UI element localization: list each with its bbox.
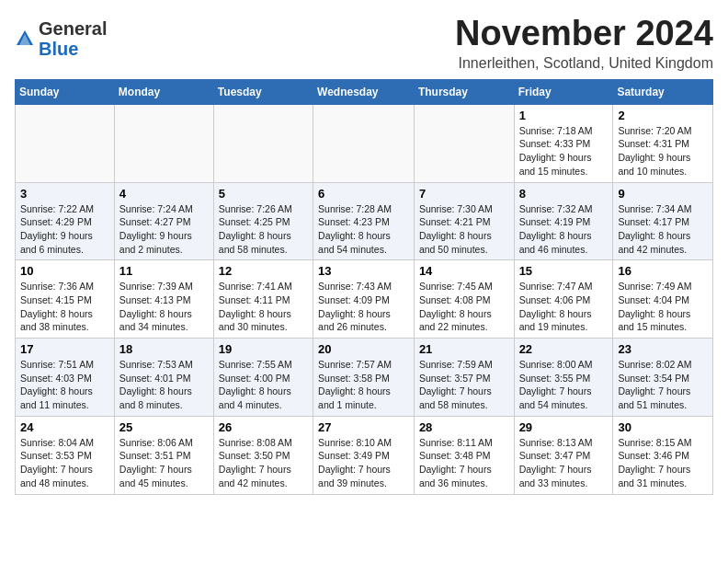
day-info: Sunrise: 7:49 AM Sunset: 4:04 PM Dayligh… bbox=[618, 280, 708, 334]
day-info: Sunrise: 7:51 AM Sunset: 4:03 PM Dayligh… bbox=[20, 358, 109, 412]
day-number: 28 bbox=[419, 420, 509, 434]
day-cell: 5Sunrise: 7:26 AM Sunset: 4:25 PM Daylig… bbox=[213, 182, 313, 260]
day-cell: 18Sunrise: 7:53 AM Sunset: 4:01 PM Dayli… bbox=[114, 339, 213, 417]
day-info: Sunrise: 7:57 AM Sunset: 3:58 PM Dayligh… bbox=[318, 358, 409, 412]
day-cell: 27Sunrise: 8:10 AM Sunset: 3:49 PM Dayli… bbox=[313, 416, 415, 494]
day-info: Sunrise: 7:59 AM Sunset: 3:57 PM Dayligh… bbox=[419, 358, 509, 412]
day-cell: 17Sunrise: 7:51 AM Sunset: 4:03 PM Dayli… bbox=[16, 339, 115, 417]
day-info: Sunrise: 8:15 AM Sunset: 3:46 PM Dayligh… bbox=[618, 436, 708, 490]
day-cell: 2Sunrise: 7:20 AM Sunset: 4:31 PM Daylig… bbox=[613, 104, 713, 182]
day-cell: 20Sunrise: 7:57 AM Sunset: 3:58 PM Dayli… bbox=[313, 339, 415, 417]
logo-general: General bbox=[39, 18, 107, 39]
day-number: 5 bbox=[219, 187, 308, 201]
day-cell: 10Sunrise: 7:36 AM Sunset: 4:15 PM Dayli… bbox=[16, 260, 115, 339]
day-cell: 22Sunrise: 8:00 AM Sunset: 3:55 PM Dayli… bbox=[514, 339, 613, 417]
day-cell: 3Sunrise: 7:22 AM Sunset: 4:29 PM Daylig… bbox=[16, 182, 115, 260]
month-title: November 2024 bbox=[455, 15, 713, 53]
day-info: Sunrise: 7:34 AM Sunset: 4:17 PM Dayligh… bbox=[618, 202, 708, 257]
day-number: 20 bbox=[318, 342, 409, 356]
day-info: Sunrise: 7:45 AM Sunset: 4:08 PM Dayligh… bbox=[419, 280, 509, 334]
week-row-3: 10Sunrise: 7:36 AM Sunset: 4:15 PM Dayli… bbox=[16, 260, 713, 339]
day-number: 21 bbox=[419, 342, 509, 356]
day-info: Sunrise: 8:00 AM Sunset: 3:55 PM Dayligh… bbox=[519, 358, 609, 412]
day-number: 13 bbox=[318, 264, 409, 278]
day-number: 15 bbox=[519, 264, 609, 278]
day-cell: 30Sunrise: 8:15 AM Sunset: 3:46 PM Dayli… bbox=[613, 416, 713, 494]
day-number: 26 bbox=[219, 420, 308, 434]
logo-icon bbox=[15, 29, 35, 49]
calendar-table: SundayMondayTuesdayWednesdayThursdayFrid… bbox=[15, 79, 713, 495]
week-row-2: 3Sunrise: 7:22 AM Sunset: 4:29 PM Daylig… bbox=[16, 182, 713, 260]
week-row-4: 17Sunrise: 7:51 AM Sunset: 4:03 PM Dayli… bbox=[16, 339, 713, 417]
day-number: 22 bbox=[519, 342, 609, 356]
day-number: 2 bbox=[618, 109, 708, 122]
day-cell: 12Sunrise: 7:41 AM Sunset: 4:11 PM Dayli… bbox=[213, 260, 313, 339]
day-cell: 23Sunrise: 8:02 AM Sunset: 3:54 PM Dayli… bbox=[613, 339, 713, 417]
week-row-5: 24Sunrise: 8:04 AM Sunset: 3:53 PM Dayli… bbox=[16, 416, 713, 494]
day-cell bbox=[114, 104, 213, 182]
day-number: 6 bbox=[318, 187, 409, 201]
col-header-wednesday: Wednesday bbox=[313, 79, 415, 104]
title-area: November 2024 Innerleithen, Scotland, Un… bbox=[455, 15, 713, 72]
day-info: Sunrise: 7:22 AM Sunset: 4:29 PM Dayligh… bbox=[20, 202, 109, 257]
day-info: Sunrise: 7:36 AM Sunset: 4:15 PM Dayligh… bbox=[20, 280, 109, 334]
day-number: 3 bbox=[20, 187, 109, 201]
day-info: Sunrise: 8:02 AM Sunset: 3:54 PM Dayligh… bbox=[618, 358, 708, 412]
day-cell: 9Sunrise: 7:34 AM Sunset: 4:17 PM Daylig… bbox=[613, 182, 713, 260]
col-header-monday: Monday bbox=[114, 79, 213, 104]
location: Innerleithen, Scotland, United Kingdom bbox=[455, 55, 713, 72]
day-number: 12 bbox=[219, 264, 308, 278]
day-info: Sunrise: 8:10 AM Sunset: 3:49 PM Dayligh… bbox=[318, 436, 409, 490]
day-number: 16 bbox=[618, 264, 708, 278]
day-cell: 19Sunrise: 7:55 AM Sunset: 4:00 PM Dayli… bbox=[213, 339, 313, 417]
day-cell: 15Sunrise: 7:47 AM Sunset: 4:06 PM Dayli… bbox=[514, 260, 613, 339]
header: General Blue November 2024 Innerleithen,… bbox=[15, 15, 713, 72]
col-header-saturday: Saturday bbox=[613, 79, 713, 104]
day-info: Sunrise: 7:53 AM Sunset: 4:01 PM Dayligh… bbox=[119, 358, 209, 412]
day-cell: 14Sunrise: 7:45 AM Sunset: 4:08 PM Dayli… bbox=[414, 260, 514, 339]
day-info: Sunrise: 7:20 AM Sunset: 4:31 PM Dayligh… bbox=[618, 124, 708, 178]
col-header-sunday: Sunday bbox=[16, 79, 115, 104]
day-number: 24 bbox=[20, 420, 109, 434]
week-row-1: 1Sunrise: 7:18 AM Sunset: 4:33 PM Daylig… bbox=[16, 104, 713, 182]
day-info: Sunrise: 8:06 AM Sunset: 3:51 PM Dayligh… bbox=[119, 436, 209, 490]
day-info: Sunrise: 7:30 AM Sunset: 4:21 PM Dayligh… bbox=[419, 202, 509, 257]
day-info: Sunrise: 7:32 AM Sunset: 4:19 PM Dayligh… bbox=[519, 202, 609, 257]
day-cell bbox=[313, 104, 415, 182]
day-cell: 16Sunrise: 7:49 AM Sunset: 4:04 PM Dayli… bbox=[613, 260, 713, 339]
day-cell: 13Sunrise: 7:43 AM Sunset: 4:09 PM Dayli… bbox=[313, 260, 415, 339]
logo-blue: Blue bbox=[39, 39, 78, 59]
day-info: Sunrise: 7:55 AM Sunset: 4:00 PM Dayligh… bbox=[219, 358, 308, 412]
day-number: 7 bbox=[419, 187, 509, 201]
day-number: 25 bbox=[119, 420, 209, 434]
day-info: Sunrise: 8:11 AM Sunset: 3:48 PM Dayligh… bbox=[419, 436, 509, 490]
day-cell bbox=[213, 104, 313, 182]
day-cell: 26Sunrise: 8:08 AM Sunset: 3:50 PM Dayli… bbox=[213, 416, 313, 494]
day-number: 23 bbox=[618, 342, 708, 356]
logo-text: General Blue bbox=[39, 18, 107, 59]
day-number: 11 bbox=[119, 264, 209, 278]
day-number: 10 bbox=[20, 264, 109, 278]
day-cell: 25Sunrise: 8:06 AM Sunset: 3:51 PM Dayli… bbox=[114, 416, 213, 494]
logo: General Blue bbox=[15, 18, 107, 59]
header-row: SundayMondayTuesdayWednesdayThursdayFrid… bbox=[16, 79, 713, 104]
day-info: Sunrise: 7:39 AM Sunset: 4:13 PM Dayligh… bbox=[119, 280, 209, 334]
col-header-tuesday: Tuesday bbox=[213, 79, 313, 104]
day-info: Sunrise: 7:41 AM Sunset: 4:11 PM Dayligh… bbox=[219, 280, 308, 334]
day-cell: 29Sunrise: 8:13 AM Sunset: 3:47 PM Dayli… bbox=[514, 416, 613, 494]
day-number: 14 bbox=[419, 264, 509, 278]
day-number: 17 bbox=[20, 342, 109, 356]
day-cell bbox=[414, 104, 514, 182]
day-cell: 1Sunrise: 7:18 AM Sunset: 4:33 PM Daylig… bbox=[514, 104, 613, 182]
day-number: 29 bbox=[519, 420, 609, 434]
day-cell: 7Sunrise: 7:30 AM Sunset: 4:21 PM Daylig… bbox=[414, 182, 514, 260]
day-info: Sunrise: 8:08 AM Sunset: 3:50 PM Dayligh… bbox=[219, 436, 308, 490]
day-number: 9 bbox=[618, 187, 708, 201]
day-info: Sunrise: 7:18 AM Sunset: 4:33 PM Dayligh… bbox=[519, 124, 609, 178]
day-cell bbox=[16, 104, 115, 182]
day-cell: 6Sunrise: 7:28 AM Sunset: 4:23 PM Daylig… bbox=[313, 182, 415, 260]
day-number: 18 bbox=[119, 342, 209, 356]
day-number: 1 bbox=[519, 109, 609, 122]
day-cell: 21Sunrise: 7:59 AM Sunset: 3:57 PM Dayli… bbox=[414, 339, 514, 417]
col-header-thursday: Thursday bbox=[414, 79, 514, 104]
